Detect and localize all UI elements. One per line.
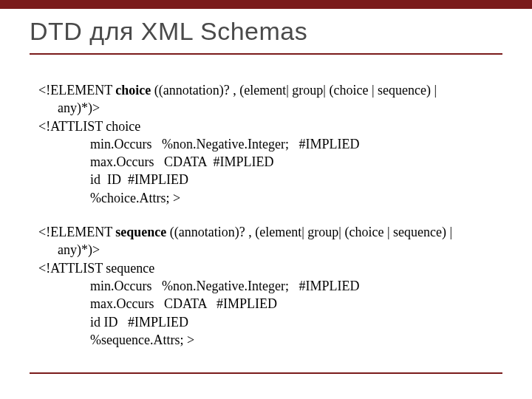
att-line: max.Occurs CDATA #IMPLIED [38, 153, 497, 171]
title-underline [30, 53, 502, 55]
element-decl-line: <!ELEMENT choice ((annotation)? , (eleme… [38, 81, 497, 99]
slide-body: <!ELEMENT choice ((annotation)? , (eleme… [38, 81, 497, 365]
att-line: max.Occurs CDATA #IMPLIED [38, 295, 497, 313]
element-decl-cont: any)*)> [38, 99, 497, 117]
element-decl-line: <!ELEMENT sequence ((annotation)? , (ele… [38, 223, 497, 241]
dtd-block-choice: <!ELEMENT choice ((annotation)? , (eleme… [38, 81, 497, 207]
accent-top-bar [0, 0, 532, 9]
element-rest: ((annotation)? , (element| group| (choic… [166, 225, 452, 239]
bottom-rule [30, 372, 502, 374]
attlist-head: <!ATTLIST sequence [38, 259, 497, 277]
element-name: choice [115, 83, 151, 98]
element-rest: ((annotation)? , (element| group| (choic… [151, 83, 437, 98]
element-decl-cont: any)*)> [38, 241, 497, 259]
att-line: %choice.Attrs; > [38, 189, 497, 207]
dtd-block-sequence: <!ELEMENT sequence ((annotation)? , (ele… [38, 223, 497, 349]
element-prefix: <!ELEMENT [38, 83, 115, 98]
att-line: min.Occurs %non.Negative.Integer; #IMPLI… [38, 135, 497, 153]
att-line: min.Occurs %non.Negative.Integer; #IMPLI… [38, 277, 497, 295]
element-name: sequence [115, 225, 166, 239]
attlist-head: <!ATTLIST choice [38, 117, 497, 135]
att-line: id ID #IMPLIED [38, 171, 497, 188]
slide-title: DTD для XML Schemas [30, 18, 502, 45]
element-prefix: <!ELEMENT [38, 225, 115, 239]
att-line: id ID #IMPLIED [38, 313, 497, 331]
att-line: %sequence.Attrs; > [38, 331, 497, 349]
